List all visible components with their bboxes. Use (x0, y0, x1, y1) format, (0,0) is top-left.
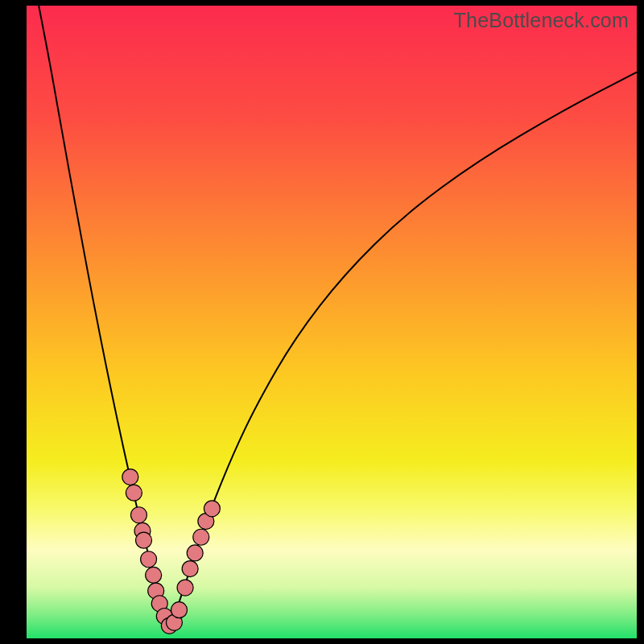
data-point (204, 501, 220, 517)
data-point (171, 602, 188, 618)
data-point (141, 551, 157, 568)
data-point (146, 567, 162, 583)
data-point (130, 507, 147, 523)
data-point (187, 545, 203, 561)
data-point (182, 561, 198, 577)
sample-points (27, 6, 637, 638)
chart-frame: TheBottleneck.com (0, 0, 644, 644)
data-point (122, 469, 138, 485)
watermark-label: TheBottleneck.com (454, 9, 629, 32)
plot-area: TheBottleneck.com (27, 6, 637, 638)
data-point (126, 485, 142, 501)
data-point (136, 532, 152, 548)
data-point (177, 580, 193, 596)
data-point (193, 529, 209, 545)
